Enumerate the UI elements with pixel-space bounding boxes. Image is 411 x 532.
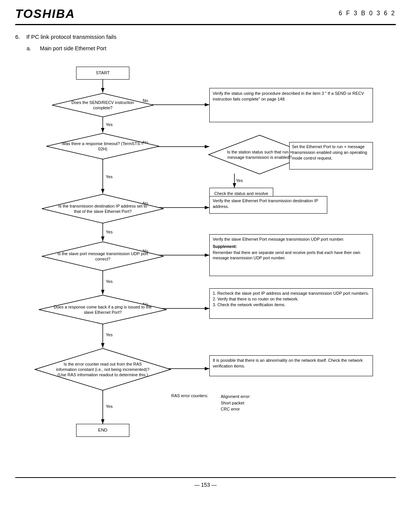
svg-text:Yes: Yes bbox=[106, 404, 113, 409]
subsection-title: a. Main port side Ethernet Port bbox=[0, 42, 411, 58]
diamond-d1: Does the SEND/RECV instruction complete? bbox=[51, 93, 154, 118]
diamond-d3: Is the transmission destination IP addre… bbox=[41, 193, 164, 224]
svg-text:Yes: Yes bbox=[106, 122, 113, 127]
ras-counters-values: Alignment error: Short packet CRC error bbox=[221, 393, 250, 412]
box-b1: Verify the status using the procedure de… bbox=[209, 88, 373, 122]
box-b2-no: Set the Ethernet Port to run + message t… bbox=[289, 142, 373, 169]
end-box: END bbox=[76, 424, 129, 437]
subsection-number: a. bbox=[27, 45, 31, 51]
b4-supp-text: Remember that there are separate send an… bbox=[213, 250, 370, 260]
page-number: — 153 — bbox=[0, 478, 411, 495]
box-b5: 1. Recheck the slave port IP address and… bbox=[209, 288, 373, 319]
b1-text: Verify the status using the procedure de… bbox=[213, 91, 370, 102]
d5-text: Does a response come back if a ping is i… bbox=[53, 304, 152, 315]
d1-text: Does the SEND/RECV instruction complete? bbox=[63, 100, 143, 111]
diamond-d4: Is the slave port message transmission U… bbox=[41, 241, 164, 272]
company-logo: TOSHIBA bbox=[15, 7, 75, 21]
b6-text: It is possible that there is an abnormal… bbox=[213, 358, 370, 369]
b3-text: Verify the slave Ethernet Port transmiss… bbox=[213, 198, 324, 209]
flowchart: Yes No Yes No Yes No Yes No Yes No bbox=[23, 58, 388, 470]
section-text: If PC link protocol transmission fails bbox=[26, 34, 116, 40]
svg-text:Yes: Yes bbox=[236, 178, 243, 183]
box-b4: Verify the slave Ethernet Port message t… bbox=[209, 234, 373, 276]
svg-text:Yes: Yes bbox=[106, 230, 113, 234]
diamond-d2: Was there a response timeout? (TermSTS =… bbox=[46, 133, 160, 160]
subsection-text: Main port side Ethernet Port bbox=[40, 45, 106, 51]
b5-text2: 2. Verify that there is no router on the… bbox=[213, 296, 299, 302]
b4-supp-label: Supplement: bbox=[213, 244, 237, 249]
b5-text3: 3. Check the network verification items. bbox=[213, 302, 285, 308]
box-b3: Verify the slave Ethernet Port transmiss… bbox=[209, 196, 327, 214]
d4-text: Is the slave port message transmission U… bbox=[55, 251, 151, 262]
diamond-station: Is the station status such that run + me… bbox=[208, 134, 311, 175]
document-number: 6 F 3 B 0 3 6 2 bbox=[339, 7, 396, 17]
section-number: 6. bbox=[15, 34, 20, 40]
svg-text:Yes: Yes bbox=[106, 332, 113, 337]
b4-main-text: Verify the slave Ethernet Port message t… bbox=[213, 236, 344, 242]
d3-text: Is the transmission destination IP addre… bbox=[55, 203, 151, 214]
d6-text: Is the error counter read out from the R… bbox=[53, 361, 152, 378]
diamond-d6: Is the error counter read out from the R… bbox=[34, 348, 171, 391]
box-b6: It is possible that there is an abnormal… bbox=[209, 355, 373, 376]
diamond-d5: Does a response come back if a ping is i… bbox=[38, 294, 167, 325]
station-text: Is the station status such that run + me… bbox=[219, 149, 300, 160]
svg-text:Yes: Yes bbox=[106, 279, 113, 284]
section-title: 6. If PC link protocol transmission fail… bbox=[0, 25, 411, 42]
svg-text:Yes: Yes bbox=[106, 174, 113, 179]
ras-counters-label: RAS error counters: bbox=[171, 393, 208, 398]
page-header: TOSHIBA 6 F 3 B 0 3 6 2 bbox=[0, 0, 411, 21]
b2-no-text: Set the Ethernet Port to run + message t… bbox=[292, 144, 370, 161]
d2-text: Was there a response timeout? (TermSTS =… bbox=[61, 141, 145, 152]
start-box: START bbox=[76, 67, 129, 80]
b5-text: 1. Recheck the slave port IP address and… bbox=[213, 291, 369, 296]
